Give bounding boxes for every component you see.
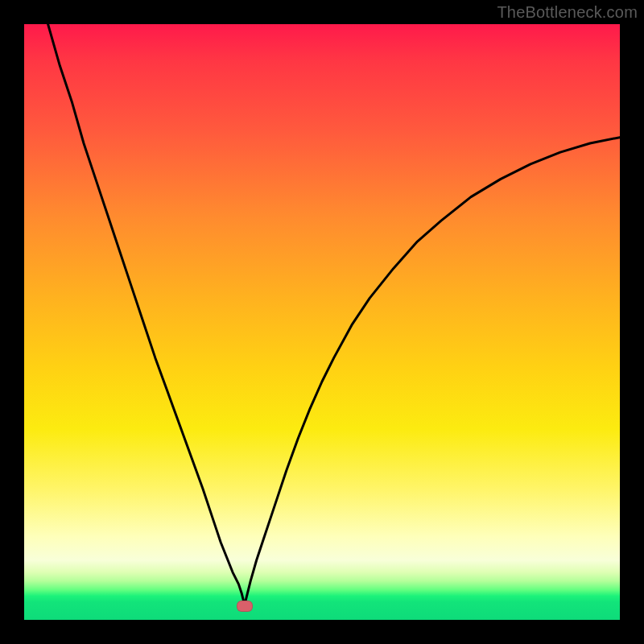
watermark-text: TheBottleneck.com [497,3,638,22]
plot-area [24,24,620,620]
chart-frame: TheBottleneck.com [0,0,644,644]
bottleneck-marker [237,601,253,612]
bottleneck-curve [24,24,620,620]
